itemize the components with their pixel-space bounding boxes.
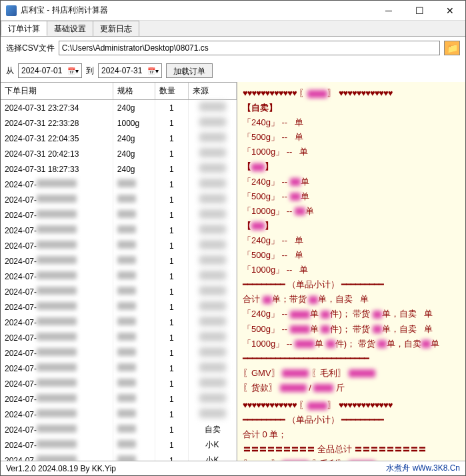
table-row[interactable]: 2024-07-1 (1, 192, 237, 207)
tab-bar: 订单计算 基础设置 更新日志 (1, 21, 465, 37)
calendar-icon: 📅▾ (147, 67, 159, 75)
load-orders-button[interactable]: 加载订单 (166, 63, 213, 78)
table-row[interactable]: 2024-07-1 (1, 330, 237, 345)
col-qty[interactable]: 数量 (155, 83, 188, 100)
table-row[interactable]: 2024-07-1自卖 (1, 422, 237, 437)
to-date-input[interactable]: 2024-07-31📅▾ (98, 63, 162, 78)
version-label: Ver1.2.0 2024.08.19 By KK.Yip (6, 464, 116, 473)
table-row[interactable]: 2024-07-1 (1, 345, 237, 361)
col-source[interactable]: 来源 (189, 83, 237, 100)
table-row[interactable]: 2024-07-31 23:27:34240g1 (1, 100, 237, 116)
csv-row: 选择CSV文件 📁 (1, 37, 465, 59)
orders-table: 下单日期 规格 数量 来源 2024-07-31 23:27:34240g120… (1, 83, 237, 461)
table-row[interactable]: 2024-07-1 (1, 299, 237, 315)
orders-table-pane: 下单日期 规格 数量 来源 2024-07-31 23:27:34240g120… (1, 82, 237, 461)
table-row[interactable]: 2024-07-1 (1, 223, 237, 238)
table-row[interactable]: 2024-07-1 (1, 407, 237, 422)
table-row[interactable]: 2024-07-31 22:04:35240g1 (1, 131, 237, 146)
app-icon (6, 5, 17, 16)
from-label: 从 (6, 65, 14, 77)
csv-path-input[interactable] (59, 41, 440, 55)
table-row[interactable]: 2024-07-1 (1, 315, 237, 330)
table-row[interactable]: 2024-07-31 22:33:281000g1 (1, 115, 237, 131)
table-row[interactable]: 2024-07-1小K (1, 437, 237, 453)
table-row[interactable]: 2024-07-1 (1, 207, 237, 223)
table-row[interactable]: 2024-07-1 (1, 284, 237, 299)
window-title: 店利宝 - 抖店利润计算器 (21, 5, 373, 16)
table-row[interactable]: 2024-07-1 (1, 269, 237, 284)
table-row[interactable]: 2024-07-1 (1, 238, 237, 253)
csv-label: 选择CSV文件 (6, 43, 55, 54)
table-row[interactable]: 2024-07-1小K (1, 453, 237, 461)
col-spec[interactable]: 规格 (113, 83, 155, 100)
tab-basic-settings[interactable]: 基础设置 (47, 21, 93, 36)
minimize-button[interactable]: ─ (373, 1, 404, 21)
author-link[interactable]: 水煮舟 wWw.3K8.Cn (386, 463, 460, 474)
table-row[interactable]: 2024-07-31 18:27:33240g1 (1, 161, 237, 177)
table-row[interactable]: 2024-07-31 20:42:13240g1 (1, 146, 237, 161)
statusbar: Ver1.2.0 2024.08.19 By KK.Yip 水煮舟 wWw.3K… (1, 461, 465, 475)
browse-folder-button[interactable]: 📁 (444, 41, 460, 55)
from-date-input[interactable]: 2024-07-01📅▾ (18, 63, 82, 78)
tab-order-calc[interactable]: 订单计算 (1, 21, 47, 36)
maximize-button[interactable]: ☐ (404, 1, 435, 21)
calendar-icon: 📅▾ (67, 67, 79, 75)
report-pane: ♥♥♥♥♥♥♥♥♥♥♥♥ 〖〗 ♥♥♥♥♥♥♥♥♥♥♥♥ 【自卖】 「240g」… (237, 82, 465, 461)
tab-changelog[interactable]: 更新日志 (93, 21, 139, 36)
date-row: 从 2024-07-01📅▾ 到 2024-07-31📅▾ 加载订单 (1, 59, 465, 82)
table-row[interactable]: 2024-07-1 (1, 177, 237, 192)
to-label: 到 (86, 65, 94, 77)
col-date[interactable]: 下单日期 (1, 83, 113, 100)
close-button[interactable]: ✕ (435, 1, 465, 21)
table-row[interactable]: 2024-07-1 (1, 391, 237, 407)
table-row[interactable]: 2024-07-1 (1, 361, 237, 376)
table-row[interactable]: 2024-07-1 (1, 376, 237, 391)
table-row[interactable]: 2024-07-1 (1, 253, 237, 269)
titlebar: 店利宝 - 抖店利润计算器 ─ ☐ ✕ (1, 1, 465, 21)
